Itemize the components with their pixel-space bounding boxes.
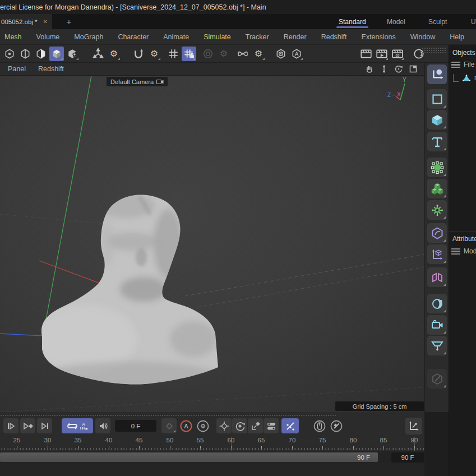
menu-redshift[interactable]: Redshift <box>321 33 347 41</box>
object-tree-item[interactable]: mesh <box>451 74 476 82</box>
layout-tab-standard[interactable]: Standard <box>339 14 366 29</box>
effector-button[interactable] <box>427 200 447 220</box>
ruler-number: 40 <box>105 437 113 443</box>
camera-object-button[interactable] <box>427 315 447 335</box>
primitive-cube-button[interactable] <box>427 110 447 130</box>
viewport-solo-button[interactable] <box>274 47 288 61</box>
mouse-record-button[interactable] <box>312 418 327 433</box>
render-view-button[interactable] <box>359 47 373 61</box>
play-end-icon <box>40 421 50 431</box>
camera-label[interactable]: Default Camera <box>107 77 168 86</box>
ruler-number: 30 <box>44 437 52 443</box>
menu-window[interactable]: Window <box>410 33 435 41</box>
timeline-drag-grip[interactable] <box>0 414 336 417</box>
symmetry-button[interactable] <box>427 267 447 287</box>
green-sphere-icon <box>431 161 444 174</box>
spline-pen-button[interactable] <box>427 89 447 109</box>
timeline-range-slider[interactable]: 90 F <box>0 452 378 462</box>
cloner-button[interactable] <box>427 179 447 198</box>
document-tab[interactable]: 005052.obj * ✕ <box>0 14 52 29</box>
menu-animate[interactable]: Animate <box>163 33 189 41</box>
layout-tab-sculpt[interactable]: Sculpt <box>428 14 447 29</box>
move-tool-settings-button[interactable]: ⚙ <box>107 47 121 61</box>
timeline-ruler-minor-ticks[interactable] <box>0 448 424 450</box>
menu-help[interactable]: Help <box>450 33 464 41</box>
maximize-view-button[interactable] <box>408 63 419 75</box>
menu-simulate[interactable]: Simulate <box>204 33 231 41</box>
end-frame-field[interactable]: 90 F <box>391 452 424 463</box>
attributes-panel-menu[interactable]: Mode <box>451 247 476 255</box>
layout-tab-model[interactable]: Model <box>387 14 405 29</box>
material-pencil-icon <box>431 372 444 386</box>
current-frame-field[interactable]: 0 F <box>115 420 156 432</box>
coordinate-tool-button[interactable] <box>427 64 447 84</box>
material-editor-button <box>427 369 447 389</box>
sketch-record-button[interactable] <box>329 418 344 433</box>
hamburger-icon <box>451 248 460 255</box>
rotate-view-button[interactable] <box>393 63 404 75</box>
toolbar-drag-grip[interactable] <box>422 47 446 53</box>
move-tool-icon <box>92 48 104 60</box>
snap-settings-button[interactable]: ⚙ <box>251 47 266 61</box>
menu-tracker[interactable]: Tracker <box>246 33 269 41</box>
edges-mode-button[interactable] <box>18 47 33 61</box>
gizmo-x-label: X <box>397 91 401 98</box>
fcurve-editor-button[interactable] <box>405 418 422 435</box>
gear-icon: ⚙ <box>255 48 262 59</box>
record-pla-button[interactable] <box>281 418 299 433</box>
workplane-grid-button[interactable] <box>166 47 181 61</box>
subdivision-surface-button[interactable] <box>427 158 447 177</box>
text-spline-button[interactable] <box>427 132 447 151</box>
layout-tab-uv[interactable]: UV <box>471 14 476 29</box>
svg-text:A: A <box>295 50 299 57</box>
menu-mesh[interactable]: Mesh <box>4 33 22 41</box>
viewport-3d[interactable]: Y Z – X Default Camera Grid Spacing : 5 … <box>0 76 424 412</box>
menu-extensions[interactable]: Extensions <box>362 33 396 41</box>
record-rotation-button[interactable] <box>232 418 247 433</box>
texture-mode-button[interactable] <box>65 47 80 61</box>
model-mode-button[interactable] <box>49 47 64 61</box>
keyframe-settings-button[interactable]: ⚙ <box>195 418 210 433</box>
ruler-number: 75 <box>319 437 326 443</box>
zoom-view-button[interactable] <box>378 63 390 75</box>
record-position-button[interactable] <box>216 418 232 433</box>
environment-button[interactable] <box>427 294 447 313</box>
render-queue-button[interactable] <box>375 47 389 61</box>
new-tab-button[interactable]: + <box>63 16 75 27</box>
menu-render[interactable]: Render <box>284 33 307 41</box>
autokey-toggle-button[interactable]: A <box>178 418 193 433</box>
svg-text:A: A <box>82 421 85 427</box>
auto-mode-button[interactable]: A <box>289 47 304 61</box>
play-forwards-button[interactable] <box>3 418 19 433</box>
close-tab-icon[interactable]: ✕ <box>43 19 48 25</box>
polygons-mode-button[interactable] <box>34 47 48 61</box>
play-to-keyframe-button[interactable] <box>20 418 35 433</box>
viewport-menu-redshift[interactable]: Redshift <box>38 65 64 73</box>
null-axis-button[interactable] <box>427 244 447 264</box>
ruler-number: 50 <box>167 437 174 443</box>
move-tool-button[interactable] <box>91 47 105 61</box>
viewport-menu-panel[interactable]: Panel <box>8 65 26 73</box>
go-to-end-button[interactable] <box>37 418 52 433</box>
loop-autokey-group[interactable]: A <box>62 418 93 433</box>
pan-view-button[interactable] <box>364 63 375 75</box>
timeline-range-track[interactable]: 90 F <box>0 451 424 463</box>
lock-workplane-button[interactable] <box>182 47 196 61</box>
render-view-icon <box>360 48 372 60</box>
sound-button[interactable] <box>95 418 110 433</box>
floor-stage-button[interactable] <box>427 336 447 355</box>
points-mode-button[interactable] <box>2 47 17 61</box>
render-settings-button[interactable]: ⚙ <box>390 47 405 61</box>
objects-panel-menu[interactable]: File <box>451 61 476 68</box>
menu-mograph[interactable]: MoGraph <box>74 33 103 41</box>
rotate-tool-settings-button[interactable]: ⚙ <box>147 47 161 61</box>
snap-button[interactable] <box>235 47 250 61</box>
record-parameters-button[interactable] <box>264 418 279 433</box>
deformer-button[interactable] <box>427 223 447 243</box>
record-scale-button[interactable] <box>248 418 263 433</box>
menu-character[interactable]: Character <box>118 33 149 41</box>
sketch-pencil-icon <box>330 419 343 433</box>
menu-volume[interactable]: Volume <box>36 33 60 41</box>
rotate-tool-button[interactable] <box>131 47 146 61</box>
svg-text:A: A <box>184 423 188 429</box>
